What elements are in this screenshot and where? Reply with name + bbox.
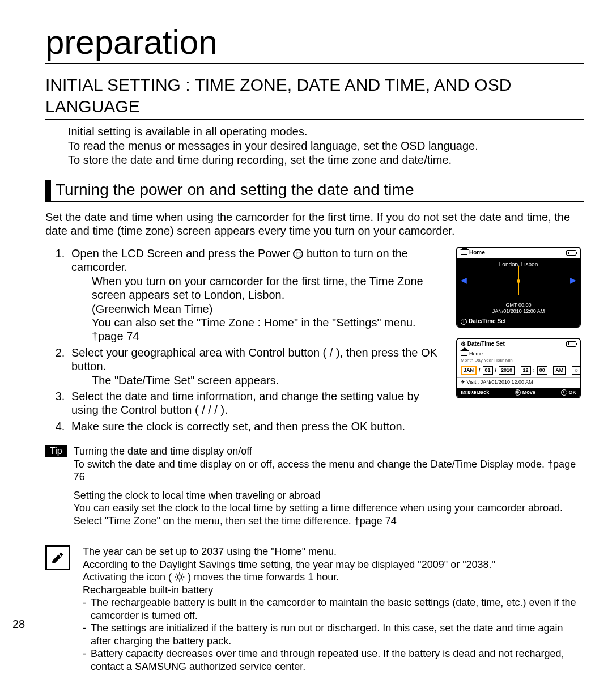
lcd-footer-label: Date/Time Set <box>469 318 506 324</box>
note-line: Activating the icon ( <box>83 571 172 583</box>
lcd-title: Home <box>469 249 485 256</box>
date-fields: JAN/ 01/ 2010 12: 00 AM ☼ <box>457 363 580 377</box>
datetime-label: JAN/01/2010 12:00 AM <box>457 308 580 315</box>
back-label: Back <box>477 389 490 395</box>
section-title: preparation <box>45 23 584 64</box>
dst-field: ☼ <box>572 366 581 375</box>
topic-title: INITIAL SETTING : TIME ZONE, DATE AND TI… <box>45 74 584 120</box>
home-label: Home <box>469 351 483 357</box>
note-icon <box>45 545 70 570</box>
note-line: ) moves the time forwards 1 hour. <box>188 571 339 583</box>
ok-label: OK <box>569 389 577 395</box>
ampm-field: AM <box>553 366 566 375</box>
lcd-timezone-screen: Home London, Lisbon ◀ ▶ GMT 00:00 JAN/01… <box>456 247 581 328</box>
lcd-datetime-screen: ⚙ Date/Time Set Home Month Day Year Hour… <box>456 338 581 398</box>
step-subtext: When you turn on your camcorder for the … <box>92 274 449 302</box>
svg-line-7 <box>176 580 177 581</box>
step-subtext: You can also set the "Time Zone : Home" … <box>92 316 449 343</box>
day-field: 01 <box>483 366 493 375</box>
step-item: Select your geographical area with Contr… <box>68 346 449 387</box>
world-map: London, Lisbon ◀ ▶ <box>457 258 580 302</box>
step-item: Open the LCD Screen and press the Power … <box>68 247 449 343</box>
tip-subtitle: Turning the date and time display on/off <box>74 446 252 457</box>
steps-list: Open the LCD Screen and press the Power … <box>45 247 449 433</box>
menu-icon: MENU <box>461 391 476 394</box>
pencil-icon <box>50 550 65 565</box>
ok-icon: + <box>561 389 567 396</box>
step-text: Select your geographical area with Contr… <box>71 346 437 372</box>
subsection-heading: Turning the power on and setting the dat… <box>45 180 584 202</box>
step-subtext: The "Date/Time Set" screen appears. <box>92 374 449 387</box>
month-field: JAN <box>461 366 477 375</box>
note-bullet: The rechargeable battery is built in the… <box>83 596 584 622</box>
battery-icon <box>566 341 576 347</box>
svg-point-0 <box>177 575 182 579</box>
intro-line: To read the menus or messages in your de… <box>68 139 584 153</box>
dst-icon <box>175 572 185 582</box>
note-line: Rechargeable built-in battery <box>83 584 584 597</box>
power-icon <box>293 249 303 259</box>
gmt-label: GMT 00:00 <box>457 302 580 308</box>
step-item: Make sure the clock is correctly set, an… <box>68 419 449 433</box>
body-paragraph: Set the date and time when using the cam… <box>45 210 584 237</box>
home-icon <box>461 350 468 356</box>
move-label: Move <box>522 389 536 395</box>
visit-label: Visit : JAN/01/2010 12:00 AM <box>467 379 533 385</box>
svg-line-6 <box>182 580 184 581</box>
note-bullet: The settings are initialized if the batt… <box>83 622 584 647</box>
note-line: According to the Daylight Savings time s… <box>83 558 584 571</box>
intro-block: Initial setting is available in all oper… <box>68 125 584 167</box>
note-line: The year can be set up to 2037 using the… <box>83 545 584 558</box>
step-subtext: (Greenwich Mean Time) <box>92 302 449 316</box>
ok-icon: + <box>461 319 467 325</box>
note-bullet: Battery capacity decreases over time and… <box>83 647 584 673</box>
tip-subtitle: Setting the clock to local time when tra… <box>74 490 321 501</box>
note-block: The year can be set up to 2037 using the… <box>45 545 584 673</box>
svg-line-5 <box>176 574 177 575</box>
intro-line: Initial setting is available in all oper… <box>68 125 584 139</box>
page-number: 28 <box>12 618 25 631</box>
tip-badge: Tip <box>45 445 67 457</box>
battery-icon <box>566 250 576 256</box>
tip-text: You can easily set the clock to the loca… <box>74 502 563 527</box>
lcd-title: Date/Time Set <box>468 341 505 347</box>
arrow-left-icon: ◀ <box>461 275 467 285</box>
tip-text: To switch the date and time display on o… <box>74 459 576 483</box>
home-icon <box>461 249 468 255</box>
step-item: Select the date and time information, an… <box>68 389 449 417</box>
svg-line-8 <box>182 574 184 575</box>
step-text: Open the LCD Screen and press the Power <box>71 247 290 260</box>
year-field: 2010 <box>499 366 515 375</box>
move-icon: ✥ <box>515 389 521 396</box>
hour-field: 12 <box>521 366 531 375</box>
tip-block: Tip Turning the date and time display on… <box>45 445 584 533</box>
intro-line: To store the date and time during record… <box>68 153 584 167</box>
field-labels: Month Day Year Hour Min <box>457 358 580 363</box>
min-field: 00 <box>537 366 547 375</box>
subsection-title: Turning the power on and setting the dat… <box>56 180 414 201</box>
arrow-right-icon: ▶ <box>570 275 576 285</box>
